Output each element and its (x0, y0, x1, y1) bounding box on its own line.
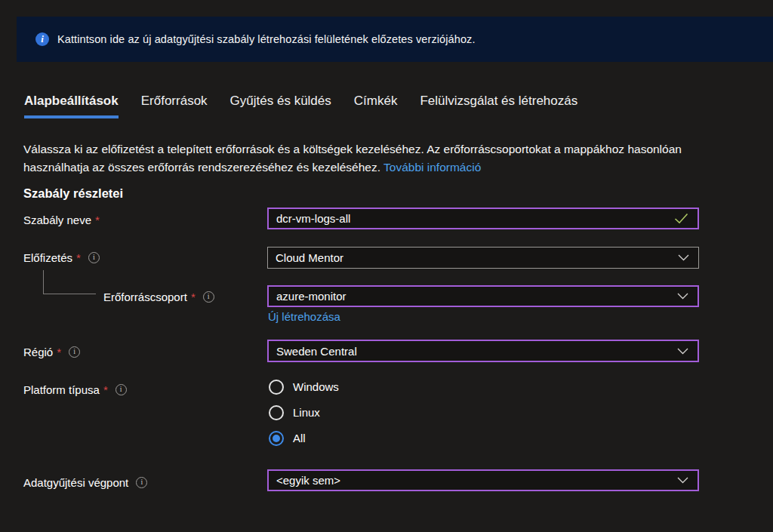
resource-group-info-icon[interactable] (203, 291, 214, 303)
subscription-dropdown[interactable]: Cloud Mentor (267, 247, 699, 269)
endpoint-dropdown[interactable]: <egyik sem> (267, 469, 699, 491)
required-asterisk: * (76, 251, 81, 264)
tab-resources[interactable]: Erőforrások (141, 94, 208, 118)
region-label: Régió * (23, 344, 80, 359)
radio-label-all: All (293, 432, 306, 444)
subscription-value: Cloud Mentor (276, 251, 343, 264)
info-icon (35, 32, 49, 46)
tab-bar: Alapbeállítások Erőforrások Gyűjtés és k… (24, 94, 577, 118)
region-dropdown[interactable]: Sweden Central (267, 340, 699, 362)
banner-message: Kattintson ide az új adatgyűjtési szabál… (57, 33, 476, 45)
subscription-info-icon[interactable] (88, 252, 100, 263)
radio-option-windows[interactable]: Windows (269, 379, 339, 395)
intro-paragraph: Válassza ki az előfizetést a telepített … (23, 140, 703, 177)
required-asterisk: * (95, 214, 100, 226)
radio-option-all[interactable]: All (269, 430, 339, 446)
required-asterisk: * (57, 346, 61, 358)
rule-name-field (267, 208, 699, 229)
radio-icon (269, 405, 284, 420)
chevron-down-icon (677, 348, 688, 355)
tab-basics[interactable]: Alapbeállítások (24, 94, 119, 118)
required-asterisk: * (191, 291, 196, 303)
tab-review-create[interactable]: Felülvizsgálat és létrehozás (420, 94, 577, 118)
endpoint-label: Adatgyűjtési végpont (23, 475, 147, 490)
platform-info-icon[interactable] (115, 384, 127, 395)
rule-name-label: Szabály neve * (23, 212, 100, 227)
tab-collect-and-deliver[interactable]: Gyűjtés és küldés (230, 94, 331, 118)
resource-group-label: Erőforráscsoport * (103, 289, 214, 304)
resource-group-label-text: Erőforráscsoport (103, 291, 187, 303)
radio-label-windows: Windows (293, 380, 339, 393)
region-value: Sweden Central (276, 345, 357, 358)
platform-radio-group: Windows Linux All (269, 379, 339, 446)
radio-option-linux[interactable]: Linux (269, 404, 339, 420)
section-title: Szabály részletei (23, 186, 123, 201)
tree-elbow-connector (43, 270, 96, 294)
tab-tags[interactable]: Címkék (354, 94, 398, 118)
radio-selected-icon (269, 431, 284, 446)
chevron-down-icon (678, 254, 689, 261)
region-label-text: Régió (23, 346, 53, 358)
endpoint-value: <egyik sem> (276, 474, 340, 487)
rule-name-label-text: Szabály neve (23, 214, 91, 226)
subscription-label-text: Előfizetés (23, 251, 72, 264)
basics-form-page: { "banner": { "icon": "info-icon", "text… (0, 0, 773, 532)
intro-text: Válassza ki az előfizetést a telepített … (23, 143, 682, 174)
valid-check-icon (674, 213, 688, 224)
radio-icon (269, 380, 284, 395)
rule-name-input[interactable] (269, 209, 674, 228)
learn-more-link[interactable]: További információ (383, 161, 481, 174)
endpoint-label-text: Adatgyűjtési végpont (23, 476, 128, 489)
chevron-down-icon (677, 477, 688, 484)
required-asterisk: * (103, 383, 108, 396)
region-info-icon[interactable] (69, 346, 80, 358)
create-new-resource-group-link[interactable]: Új létrehozása (268, 310, 340, 323)
resource-group-dropdown[interactable]: azure-monitor (267, 285, 699, 307)
resource-group-value: azure-monitor (276, 290, 346, 303)
radio-label-linux: Linux (293, 406, 320, 419)
platform-type-label: Platform típusa * (23, 382, 127, 397)
chevron-down-icon (677, 293, 688, 300)
platform-type-label-text: Platform típusa (23, 383, 100, 396)
subscription-label: Előfizetés * (23, 250, 100, 265)
preview-banner[interactable]: Kattintson ide az új adatgyűjtési szabál… (17, 17, 773, 62)
endpoint-info-icon[interactable] (136, 477, 147, 488)
